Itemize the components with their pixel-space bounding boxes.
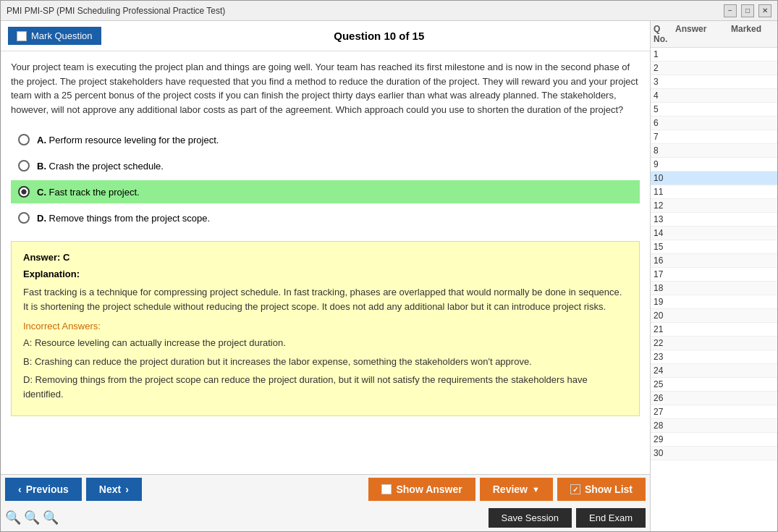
zoom-in-icon[interactable]: 🔍 bbox=[43, 510, 59, 525]
review-label: Review bbox=[493, 484, 528, 495]
question-list-item[interactable]: 18 bbox=[651, 282, 777, 295]
mark-checkbox-icon bbox=[17, 31, 27, 41]
question-list-item[interactable]: 20 bbox=[651, 309, 777, 323]
question-list-item[interactable]: 4 bbox=[651, 89, 777, 103]
question-list-item[interactable]: 1 bbox=[651, 48, 777, 62]
answer-label: Answer: C bbox=[23, 252, 627, 263]
mark-question-button[interactable]: Mark Question bbox=[8, 27, 101, 45]
q-num: 13 bbox=[654, 214, 675, 224]
q-num: 23 bbox=[654, 352, 675, 362]
option-a-radio bbox=[18, 134, 30, 145]
zoom-reset-icon[interactable]: 🔍 bbox=[24, 510, 40, 525]
question-list-item[interactable]: 17 bbox=[651, 268, 777, 282]
next-label: Next bbox=[99, 484, 121, 495]
q-num: 14 bbox=[654, 228, 675, 238]
question-list-item[interactable]: 21 bbox=[651, 323, 777, 337]
q-num: 30 bbox=[654, 448, 675, 458]
question-list-item[interactable]: 10 bbox=[651, 172, 777, 185]
save-session-button[interactable]: Save Session bbox=[489, 508, 572, 528]
prev-label: Previous bbox=[26, 484, 69, 495]
question-list-item[interactable]: 16 bbox=[651, 254, 777, 268]
zoom-out-icon[interactable]: 🔍 bbox=[5, 510, 21, 525]
question-list-item[interactable]: 12 bbox=[651, 199, 777, 213]
toolbar: Mark Question Question 10 of 15 bbox=[1, 21, 650, 51]
option-d-text: D. Remove things from the project scope. bbox=[37, 213, 210, 224]
question-list-item[interactable]: 11 bbox=[651, 185, 777, 199]
question-list-item[interactable]: 24 bbox=[651, 364, 777, 378]
minimize-button[interactable]: − bbox=[724, 4, 737, 17]
question-list-item[interactable]: 27 bbox=[651, 405, 777, 419]
zoom-controls: 🔍 🔍 🔍 bbox=[5, 510, 59, 525]
end-exam-button[interactable]: End Exam bbox=[576, 508, 646, 528]
show-list-button[interactable]: ✓ Show List bbox=[557, 478, 646, 501]
col-marked-header: Marked bbox=[731, 24, 774, 44]
option-b[interactable]: B. Crash the project schedule. bbox=[11, 154, 640, 177]
show-answer-label: Show Answer bbox=[396, 484, 462, 495]
q-num: 17 bbox=[654, 269, 675, 279]
maximize-button[interactable]: □ bbox=[741, 4, 754, 17]
question-list-item[interactable]: 14 bbox=[651, 227, 777, 240]
incorrect-label: Incorrect Answers: bbox=[23, 321, 627, 332]
close-button[interactable]: ✕ bbox=[758, 4, 771, 17]
question-list-item[interactable]: 5 bbox=[651, 103, 777, 117]
option-c-radio bbox=[18, 186, 30, 198]
previous-button[interactable]: ‹ Previous bbox=[5, 478, 82, 501]
question-list-item[interactable]: 8 bbox=[651, 144, 777, 158]
q-num: 21 bbox=[654, 324, 675, 334]
q-num: 9 bbox=[654, 159, 675, 169]
incorrect-d: D: Removing things from the project scop… bbox=[23, 373, 627, 401]
question-list-item[interactable]: 25 bbox=[651, 378, 777, 392]
q-num: 29 bbox=[654, 434, 675, 444]
question-list-item[interactable]: 6 bbox=[651, 117, 777, 130]
question-list-item[interactable]: 19 bbox=[651, 295, 777, 309]
left-panel: Mark Question Question 10 of 15 Your pro… bbox=[1, 21, 651, 531]
show-list-label: Show List bbox=[585, 484, 633, 495]
question-text: Your project team is executing the proje… bbox=[11, 60, 640, 117]
explanation-text: Fast tracking is a technique for compres… bbox=[23, 285, 627, 313]
title-bar: PMI PMI-SP (PMI Scheduling Professional … bbox=[1, 1, 777, 21]
option-c[interactable]: C. Fast track the project. bbox=[11, 180, 640, 203]
col-answer-header: Answer bbox=[675, 24, 731, 44]
q-num: 12 bbox=[654, 200, 675, 211]
show-answer-checkbox-icon bbox=[381, 484, 392, 494]
bottom-bar: ‹ Previous Next › Show Answer Review ▼ bbox=[1, 474, 650, 531]
option-b-radio bbox=[18, 160, 30, 172]
question-list-item[interactable]: 30 bbox=[651, 447, 777, 460]
question-list-item[interactable]: 28 bbox=[651, 419, 777, 433]
nav-buttons: ‹ Previous Next › Show Answer Review ▼ bbox=[1, 475, 650, 504]
show-answer-button[interactable]: Show Answer bbox=[368, 478, 475, 501]
question-title: Question 10 of 15 bbox=[116, 30, 643, 42]
q-num: 1 bbox=[654, 49, 675, 59]
q-num: 25 bbox=[654, 379, 675, 389]
q-num: 27 bbox=[654, 407, 675, 417]
q-num: 15 bbox=[654, 242, 675, 252]
review-button[interactable]: Review ▼ bbox=[480, 478, 553, 501]
q-num: 10 bbox=[654, 173, 675, 183]
review-dropdown-icon: ▼ bbox=[532, 485, 540, 494]
q-num: 19 bbox=[654, 297, 675, 307]
show-list-checkbox-icon: ✓ bbox=[570, 484, 580, 494]
option-a[interactable]: A. Perform resource leveling for the pro… bbox=[11, 128, 640, 151]
q-num: 22 bbox=[654, 338, 675, 348]
q-num: 2 bbox=[654, 63, 675, 73]
question-list-item[interactable]: 29 bbox=[651, 433, 777, 447]
question-list-item[interactable]: 23 bbox=[651, 350, 777, 364]
question-list-item[interactable]: 9 bbox=[651, 158, 777, 172]
question-list-item[interactable]: 7 bbox=[651, 130, 777, 144]
question-area: Your project team is executing the proje… bbox=[1, 51, 650, 474]
question-list-item[interactable]: 13 bbox=[651, 213, 777, 227]
option-d[interactable]: D. Remove things from the project scope. bbox=[11, 206, 640, 229]
question-list-item[interactable]: 15 bbox=[651, 240, 777, 254]
q-num: 5 bbox=[654, 104, 675, 114]
next-button[interactable]: Next › bbox=[86, 478, 142, 501]
q-num: 7 bbox=[654, 132, 675, 142]
q-num: 28 bbox=[654, 421, 675, 431]
question-list-item[interactable]: 3 bbox=[651, 75, 777, 89]
q-num: 8 bbox=[654, 145, 675, 156]
q-num: 4 bbox=[654, 90, 675, 101]
q-num: 16 bbox=[654, 256, 675, 266]
question-list-item[interactable]: 2 bbox=[651, 62, 777, 75]
question-list-item[interactable]: 26 bbox=[651, 392, 777, 405]
question-list-item[interactable]: 22 bbox=[651, 337, 777, 350]
incorrect-b: B: Crashing can reduce the project durat… bbox=[23, 355, 627, 369]
